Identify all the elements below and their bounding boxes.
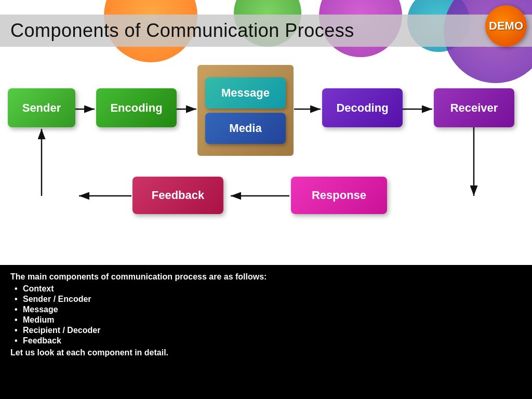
slide-area: Components of Communication Process DEMO xyxy=(0,0,532,265)
message-box: Message xyxy=(205,77,286,109)
bullet-medium: Medium xyxy=(10,315,522,325)
feedback-box: Feedback xyxy=(132,177,223,214)
demo-label: DEMO xyxy=(489,19,523,33)
decoding-box: Decoding xyxy=(322,88,403,127)
encoding-box: Encoding xyxy=(96,88,177,127)
bottom-intro: The main components of communication pro… xyxy=(10,272,522,282)
page-title: Components of Communication Process xyxy=(10,20,354,41)
message-media-container: Message Media xyxy=(197,65,294,156)
receiver-box: Receiver xyxy=(434,88,514,127)
bullet-list: Context Sender / Encoder Message Medium … xyxy=(10,284,522,346)
bullet-feedback: Feedback xyxy=(10,336,522,346)
response-box: Response xyxy=(291,177,387,214)
title-bar: Components of Communication Process xyxy=(0,15,532,47)
sender-box: Sender xyxy=(8,88,75,127)
media-box: Media xyxy=(205,113,286,144)
bottom-area: The main components of communication pro… xyxy=(0,265,532,363)
bullet-message: Message xyxy=(10,304,522,315)
bullet-sender: Sender / Encoder xyxy=(10,294,522,304)
bullet-context: Context xyxy=(10,284,522,294)
bullet-recipient: Recipient / Decoder xyxy=(10,325,522,336)
demo-badge: DEMO xyxy=(485,5,527,47)
diagram: Sender Encoding Message Media Decoding R… xyxy=(0,60,532,265)
bottom-footer: Let us look at each component in detail. xyxy=(10,348,522,357)
